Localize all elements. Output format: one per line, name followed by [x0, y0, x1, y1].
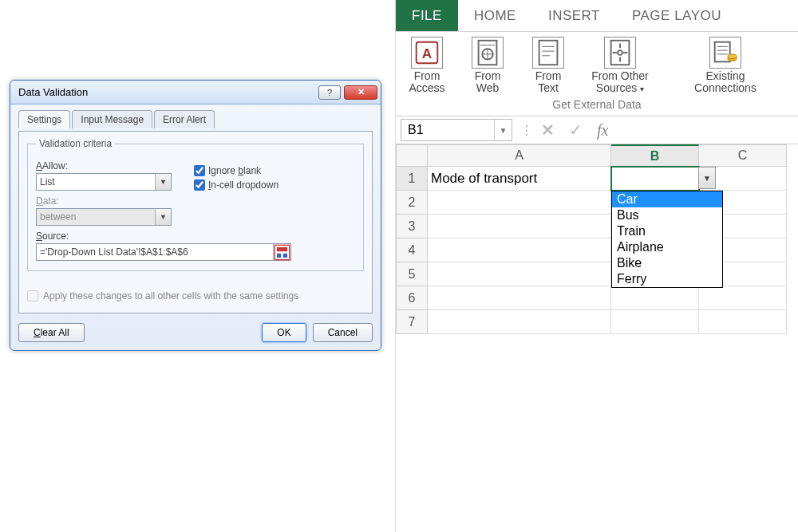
- other-sources-icon: [604, 37, 636, 69]
- dropdown-option[interactable]: Airplane: [612, 239, 722, 255]
- close-button[interactable]: ✕: [344, 85, 377, 100]
- table-cell[interactable]: [611, 310, 699, 334]
- apply-changes-checkbox: Apply these changes to all other cells w…: [27, 290, 364, 301]
- cancel-icon[interactable]: ✕: [541, 120, 555, 140]
- ribbon-tabs: FILE HOME INSERT PAGE LAYOU: [396, 0, 798, 32]
- allow-select[interactable]: List ▼: [36, 173, 172, 191]
- from-access-button[interactable]: A FromAccess: [402, 37, 452, 93]
- svg-rect-1: [277, 246, 287, 250]
- from-web-button[interactable]: FromWeb: [463, 37, 512, 93]
- chevron-down-icon: ▼: [155, 209, 171, 225]
- tab-page-layout[interactable]: PAGE LAYOU: [616, 0, 737, 31]
- table-cell[interactable]: [699, 310, 787, 334]
- cell-b1[interactable]: ▼: [611, 167, 699, 191]
- data-select: between ▼: [36, 208, 172, 226]
- cancel-button[interactable]: Cancel: [313, 323, 373, 342]
- table-cell[interactable]: [428, 286, 611, 310]
- from-text-button[interactable]: FromText: [523, 37, 573, 93]
- table-cell[interactable]: [428, 262, 611, 286]
- tab-settings[interactable]: Settings: [18, 110, 70, 128]
- dropdown-option[interactable]: Car: [612, 191, 722, 207]
- tab-error-alert[interactable]: Error Alert: [154, 110, 215, 128]
- svg-point-16: [618, 50, 622, 55]
- from-other-sources-button[interactable]: From OtherSources ▾: [584, 37, 656, 93]
- data-label: Data:: [36, 195, 355, 207]
- ribbon-panel: A FromAccess FromWeb FromText: [396, 32, 798, 112]
- fx-icon[interactable]: fx: [597, 121, 608, 140]
- cell-dropdown-button[interactable]: ▼: [698, 167, 716, 189]
- tab-insert[interactable]: INSERT: [532, 0, 616, 31]
- incell-dropdown-checkbox[interactable]: In-cell dropdown: [194, 179, 279, 191]
- dialog-title: Data Validation: [18, 86, 318, 98]
- name-box[interactable]: B1 ▼: [401, 119, 512, 141]
- column-header-a[interactable]: A: [428, 144, 611, 167]
- web-icon: [472, 37, 504, 69]
- svg-rect-11: [539, 41, 558, 65]
- tab-file[interactable]: FILE: [396, 0, 458, 31]
- confirm-icon[interactable]: ✓: [569, 120, 583, 140]
- existing-connections-button[interactable]: ExistingConnections: [689, 37, 761, 93]
- cell-a1[interactable]: Mode of transport: [428, 167, 611, 191]
- dropdown-option[interactable]: Train: [612, 223, 722, 239]
- row-header[interactable]: 2: [396, 191, 428, 215]
- svg-point-26: [728, 54, 737, 59]
- data-validation-dialog: Data Validation ? ✕ Settings Input Messa…: [10, 80, 381, 351]
- dialog-titlebar[interactable]: Data Validation ? ✕: [10, 81, 381, 104]
- table-cell[interactable]: [428, 215, 611, 238]
- svg-text:A: A: [422, 46, 432, 61]
- svg-rect-2: [277, 253, 281, 257]
- source-label: Source:: [36, 231, 355, 242]
- tab-home[interactable]: HOME: [458, 0, 532, 31]
- dropdown-option[interactable]: Ferry: [612, 271, 722, 287]
- separator-icon: ⋮: [520, 123, 533, 138]
- dropdown-option[interactable]: Bus: [612, 207, 722, 223]
- criteria-legend: Validation criteria: [36, 138, 115, 149]
- select-all-corner[interactable]: [396, 144, 428, 167]
- excel-window: FILE HOME INSERT PAGE LAYOU A FromAccess…: [395, 0, 798, 532]
- table-cell[interactable]: [428, 238, 611, 262]
- row-header[interactable]: 3: [396, 215, 428, 238]
- column-header-b[interactable]: B: [611, 144, 699, 167]
- table-cell[interactable]: [699, 286, 787, 310]
- row-header[interactable]: 5: [396, 262, 428, 286]
- row-header[interactable]: 4: [396, 238, 428, 262]
- range-picker-icon[interactable]: [273, 244, 290, 260]
- formula-bar-row: B1 ▼ ⋮ ✕ ✓ fx: [396, 116, 798, 144]
- ok-button[interactable]: OK: [262, 323, 306, 342]
- svg-rect-3: [283, 253, 287, 257]
- table-cell[interactable]: [428, 310, 611, 334]
- chevron-down-icon[interactable]: ▼: [494, 120, 512, 140]
- allow-label: AAllow:: [36, 160, 172, 171]
- dropdown-option[interactable]: Bike: [612, 255, 722, 271]
- ignore-blank-checkbox[interactable]: Ignore blank: [194, 165, 279, 176]
- ribbon-group-title: Get External Data: [402, 98, 792, 111]
- row-header[interactable]: 7: [396, 310, 428, 334]
- validation-criteria-group: Validation criteria AAllow: List ▼ Ignor…: [27, 138, 364, 271]
- help-button[interactable]: ?: [318, 85, 341, 100]
- source-input[interactable]: ='Drop-Down List Data'!$A$1:$A$6: [36, 243, 291, 261]
- tab-input-message[interactable]: Input Message: [72, 110, 152, 128]
- column-header-c[interactable]: C: [699, 144, 787, 167]
- table-cell[interactable]: [428, 191, 611, 215]
- chevron-down-icon: ▼: [155, 174, 171, 190]
- cell-dropdown-list[interactable]: Car Bus Train Airplane Bike Ferry: [611, 191, 723, 288]
- clear-all-button[interactable]: Clear All: [18, 323, 85, 342]
- table-cell[interactable]: [611, 286, 699, 310]
- worksheet-grid[interactable]: A B C 1 Mode of transport ▼ 2 3 4 5 6 7 …: [396, 144, 798, 334]
- text-file-icon: [532, 37, 564, 69]
- existing-connections-icon: [709, 37, 741, 69]
- access-icon: A: [411, 37, 443, 69]
- row-header[interactable]: 1: [396, 167, 428, 191]
- row-header[interactable]: 6: [396, 286, 428, 310]
